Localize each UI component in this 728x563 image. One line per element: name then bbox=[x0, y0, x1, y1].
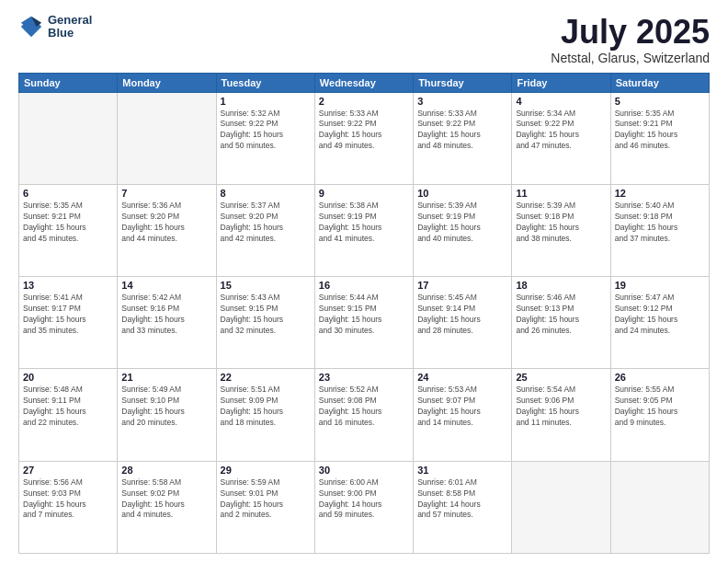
day-info: Sunrise: 5:39 AM Sunset: 9:18 PM Dayligh… bbox=[516, 201, 606, 245]
day-number: 17 bbox=[417, 280, 507, 291]
calendar-cell-w2-d1: 6Sunrise: 5:35 AM Sunset: 9:21 PM Daylig… bbox=[19, 184, 118, 276]
day-number: 5 bbox=[615, 96, 705, 107]
svg-marker-0 bbox=[21, 17, 41, 37]
calendar-cell-w1-d7: 5Sunrise: 5:35 AM Sunset: 9:21 PM Daylig… bbox=[610, 92, 709, 184]
day-number: 26 bbox=[615, 372, 705, 383]
calendar-cell-w3-d3: 15Sunrise: 5:43 AM Sunset: 9:15 PM Dayli… bbox=[216, 277, 314, 369]
header-row: Sunday Monday Tuesday Wednesday Thursday… bbox=[19, 73, 710, 92]
day-info: Sunrise: 5:44 AM Sunset: 9:15 PM Dayligh… bbox=[319, 293, 409, 337]
day-number: 13 bbox=[23, 280, 113, 291]
col-wednesday: Wednesday bbox=[314, 73, 413, 92]
day-number: 20 bbox=[23, 372, 113, 383]
calendar-cell-w1-d3: 1Sunrise: 5:32 AM Sunset: 9:22 PM Daylig… bbox=[216, 92, 314, 184]
calendar-cell-w3-d2: 14Sunrise: 5:42 AM Sunset: 9:16 PM Dayli… bbox=[118, 277, 216, 369]
day-info: Sunrise: 5:42 AM Sunset: 9:16 PM Dayligh… bbox=[121, 293, 211, 337]
calendar-cell-w5-d2: 28Sunrise: 5:58 AM Sunset: 9:02 PM Dayli… bbox=[118, 461, 216, 553]
day-info: Sunrise: 5:47 AM Sunset: 9:12 PM Dayligh… bbox=[615, 293, 705, 337]
day-number: 7 bbox=[121, 188, 211, 199]
day-info: Sunrise: 5:38 AM Sunset: 9:19 PM Dayligh… bbox=[319, 201, 409, 245]
calendar-cell-w1-d1 bbox=[19, 92, 118, 184]
week-row-5: 27Sunrise: 5:56 AM Sunset: 9:03 PM Dayli… bbox=[19, 461, 710, 553]
day-number: 19 bbox=[615, 280, 705, 291]
calendar-cell-w1-d2 bbox=[118, 92, 216, 184]
day-info: Sunrise: 5:33 AM Sunset: 9:22 PM Dayligh… bbox=[417, 109, 507, 153]
day-number: 15 bbox=[221, 280, 311, 291]
day-number: 28 bbox=[121, 465, 211, 476]
col-friday: Friday bbox=[512, 73, 610, 92]
calendar-cell-w5-d3: 29Sunrise: 5:59 AM Sunset: 9:01 PM Dayli… bbox=[216, 461, 314, 553]
day-info: Sunrise: 5:58 AM Sunset: 9:02 PM Dayligh… bbox=[121, 477, 211, 522]
calendar-cell-w1-d4: 2Sunrise: 5:33 AM Sunset: 9:22 PM Daylig… bbox=[314, 92, 413, 184]
day-number: 21 bbox=[121, 372, 211, 383]
day-info: Sunrise: 5:56 AM Sunset: 9:03 PM Dayligh… bbox=[23, 477, 113, 522]
day-number: 8 bbox=[221, 188, 311, 199]
week-row-2: 6Sunrise: 5:35 AM Sunset: 9:21 PM Daylig… bbox=[19, 184, 710, 276]
day-info: Sunrise: 5:48 AM Sunset: 9:11 PM Dayligh… bbox=[23, 385, 113, 429]
calendar-cell-w4-d4: 23Sunrise: 5:52 AM Sunset: 9:08 PM Dayli… bbox=[314, 369, 413, 461]
calendar-cell-w2-d6: 11Sunrise: 5:39 AM Sunset: 9:18 PM Dayli… bbox=[512, 184, 610, 276]
header: General Blue July 2025 Netstal, Glarus, … bbox=[18, 14, 710, 65]
day-number: 24 bbox=[417, 372, 507, 383]
calendar-cell-w4-d1: 20Sunrise: 5:48 AM Sunset: 9:11 PM Dayli… bbox=[19, 369, 118, 461]
calendar-cell-w4-d6: 25Sunrise: 5:54 AM Sunset: 9:06 PM Dayli… bbox=[512, 369, 610, 461]
day-info: Sunrise: 5:36 AM Sunset: 9:20 PM Dayligh… bbox=[121, 201, 211, 245]
logo-line2: Blue bbox=[48, 27, 92, 40]
calendar-cell-w5-d7 bbox=[610, 461, 709, 553]
calendar-cell-w4-d5: 24Sunrise: 5:53 AM Sunset: 9:07 PM Dayli… bbox=[414, 369, 512, 461]
day-number: 10 bbox=[417, 188, 507, 199]
day-number: 11 bbox=[516, 188, 606, 199]
day-info: Sunrise: 5:51 AM Sunset: 9:09 PM Dayligh… bbox=[221, 385, 311, 429]
day-number: 23 bbox=[319, 372, 409, 383]
day-info: Sunrise: 5:40 AM Sunset: 9:18 PM Dayligh… bbox=[615, 201, 705, 245]
day-number: 9 bbox=[319, 188, 409, 199]
week-row-3: 13Sunrise: 5:41 AM Sunset: 9:17 PM Dayli… bbox=[19, 277, 710, 369]
day-info: Sunrise: 5:52 AM Sunset: 9:08 PM Dayligh… bbox=[319, 385, 409, 429]
title-block: July 2025 Netstal, Glarus, Switzerland bbox=[551, 14, 710, 65]
calendar-cell-w3-d1: 13Sunrise: 5:41 AM Sunset: 9:17 PM Dayli… bbox=[19, 277, 118, 369]
calendar-cell-w2-d3: 8Sunrise: 5:37 AM Sunset: 9:20 PM Daylig… bbox=[216, 184, 314, 276]
logo-line1: General bbox=[48, 14, 92, 27]
day-info: Sunrise: 5:33 AM Sunset: 9:22 PM Dayligh… bbox=[319, 109, 409, 153]
day-number: 6 bbox=[23, 188, 113, 199]
day-number: 16 bbox=[319, 280, 409, 291]
calendar-body: 1Sunrise: 5:32 AM Sunset: 9:22 PM Daylig… bbox=[19, 92, 710, 553]
calendar-cell-w2-d5: 10Sunrise: 5:39 AM Sunset: 9:19 PM Dayli… bbox=[414, 184, 512, 276]
day-info: Sunrise: 6:01 AM Sunset: 8:58 PM Dayligh… bbox=[417, 477, 507, 522]
day-info: Sunrise: 5:55 AM Sunset: 9:05 PM Dayligh… bbox=[615, 385, 705, 429]
day-info: Sunrise: 5:43 AM Sunset: 9:15 PM Dayligh… bbox=[221, 293, 311, 337]
col-monday: Monday bbox=[118, 73, 216, 92]
day-info: Sunrise: 5:39 AM Sunset: 9:19 PM Dayligh… bbox=[417, 201, 507, 245]
day-number: 3 bbox=[417, 96, 507, 107]
day-info: Sunrise: 5:49 AM Sunset: 9:10 PM Dayligh… bbox=[121, 385, 211, 429]
calendar-table: Sunday Monday Tuesday Wednesday Thursday… bbox=[18, 73, 710, 554]
day-number: 14 bbox=[121, 280, 211, 291]
day-info: Sunrise: 5:53 AM Sunset: 9:07 PM Dayligh… bbox=[417, 385, 507, 429]
day-number: 1 bbox=[221, 96, 311, 107]
day-info: Sunrise: 5:37 AM Sunset: 9:20 PM Dayligh… bbox=[221, 201, 311, 245]
logo: General Blue bbox=[18, 14, 92, 40]
calendar-cell-w2-d4: 9Sunrise: 5:38 AM Sunset: 9:19 PM Daylig… bbox=[314, 184, 413, 276]
day-info: Sunrise: 5:46 AM Sunset: 9:13 PM Dayligh… bbox=[516, 293, 606, 337]
col-thursday: Thursday bbox=[414, 73, 512, 92]
day-info: Sunrise: 5:54 AM Sunset: 9:06 PM Dayligh… bbox=[516, 385, 606, 429]
logo-icon bbox=[18, 14, 44, 40]
subtitle: Netstal, Glarus, Switzerland bbox=[551, 51, 710, 65]
day-number: 18 bbox=[516, 280, 606, 291]
day-info: Sunrise: 5:35 AM Sunset: 9:21 PM Dayligh… bbox=[615, 109, 705, 153]
calendar-cell-w1-d5: 3Sunrise: 5:33 AM Sunset: 9:22 PM Daylig… bbox=[414, 92, 512, 184]
calendar-cell-w5-d4: 30Sunrise: 6:00 AM Sunset: 9:00 PM Dayli… bbox=[314, 461, 413, 553]
calendar-cell-w3-d4: 16Sunrise: 5:44 AM Sunset: 9:15 PM Dayli… bbox=[314, 277, 413, 369]
day-number: 29 bbox=[221, 465, 311, 476]
calendar-header: Sunday Monday Tuesday Wednesday Thursday… bbox=[19, 73, 710, 92]
calendar-cell-w5-d1: 27Sunrise: 5:56 AM Sunset: 9:03 PM Dayli… bbox=[19, 461, 118, 553]
day-number: 31 bbox=[417, 465, 507, 476]
calendar-cell-w3-d5: 17Sunrise: 5:45 AM Sunset: 9:14 PM Dayli… bbox=[414, 277, 512, 369]
calendar-cell-w3-d7: 19Sunrise: 5:47 AM Sunset: 9:12 PM Dayli… bbox=[610, 277, 709, 369]
col-tuesday: Tuesday bbox=[216, 73, 314, 92]
day-number: 4 bbox=[516, 96, 606, 107]
calendar-cell-w4-d7: 26Sunrise: 5:55 AM Sunset: 9:05 PM Dayli… bbox=[610, 369, 709, 461]
logo-text: General Blue bbox=[48, 14, 92, 40]
day-info: Sunrise: 5:34 AM Sunset: 9:22 PM Dayligh… bbox=[516, 109, 606, 153]
day-info: Sunrise: 5:35 AM Sunset: 9:21 PM Dayligh… bbox=[23, 201, 113, 245]
day-info: Sunrise: 5:45 AM Sunset: 9:14 PM Dayligh… bbox=[417, 293, 507, 337]
